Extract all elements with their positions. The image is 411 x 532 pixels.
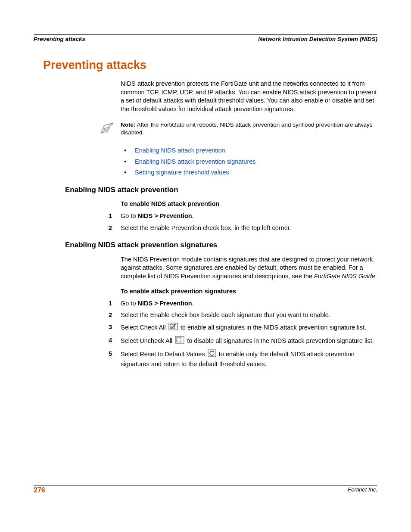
guide-title: FortiGate NIDS Guide [314,273,375,280]
nav-path: NIDS > Prevention [138,300,192,307]
step-body: Select Check All to enable all signature… [121,323,377,333]
link-enable-signatures[interactable]: Enabling NIDS attack prevention signatur… [135,156,256,167]
procedure-title-2: To enable attack prevention signatures [121,288,377,295]
bullet: • [124,167,126,178]
reset-default-icon [208,349,216,360]
page-number: 276 [34,486,45,494]
header-right: Network Intrusion Detection System (NIDS… [258,36,377,42]
intro-paragraph: NIDS attack prevention protects the Fort… [121,80,377,113]
footer-company: Fortinet Inc. [348,486,377,494]
section-heading-1: Enabling NIDS attack prevention [65,186,377,194]
svg-rect-6 [177,338,181,342]
header-left: Preventing attacks [34,36,85,42]
step-body: Go to NIDS > Prevention. [121,212,377,221]
step: 1 Go to NIDS > Prevention. [105,299,377,308]
page: Preventing attacks Network Intrusion Det… [0,0,411,532]
step-text: Select Uncheck All [121,337,174,344]
step: 5 Select Reset to Default Values to enab… [105,349,377,370]
step: 2 Select the Enable check box beside eac… [105,311,377,320]
list-item: •Setting signature threshold values [124,167,377,178]
header-rule [34,34,377,35]
nav-path: NIDS > Prevention [138,212,192,219]
step-number: 3 [105,323,121,333]
step-body: Select Uncheck All to disable all signat… [121,336,377,347]
step-text: to disable all signatures in the NIDS at… [185,337,374,344]
link-threshold-values[interactable]: Setting signature threshold values [135,167,229,178]
steps-2: 1 Go to NIDS > Prevention. 2 Select the … [105,299,377,370]
step-text: Go to [121,212,138,219]
step-text: Go to [121,300,138,307]
step-text: Select Check All [121,324,168,331]
footer-rule [34,485,377,485]
page-footer: 276 Fortinet Inc. [34,485,377,494]
step-body: Select the Enable Prevention check box, … [121,224,377,233]
step-number: 4 [105,336,121,347]
step-text: . [192,300,194,307]
step-text: Select Reset to Default Values [121,351,207,358]
step: 4 Select Uncheck All to disable all sign… [105,336,377,347]
link-enable-prevention[interactable]: Enabling NIDS attack prevention [135,145,225,156]
step: 3 Select Check All to enable all signatu… [105,323,377,333]
step: 2 Select the Enable Prevention check box… [105,224,377,233]
step-number: 1 [105,212,121,221]
list-item: •Enabling NIDS attack prevention [124,145,377,156]
running-head: Preventing attacks Network Intrusion Det… [34,36,377,42]
step-number: 1 [105,299,121,308]
page-title: Preventing attacks [43,59,377,72]
section-heading-2: Enabling NIDS attack prevention signatur… [65,241,377,249]
section2-intro: The NIDS Prevention module contains sign… [121,255,377,281]
procedure-title-1: To enable NIDS attack prevention [121,200,377,207]
step-body: Select the Enable check box beside each … [121,311,377,320]
step: 1 Go to NIDS > Prevention. [105,212,377,221]
step-text: to enable all signatures in the NIDS att… [179,324,366,331]
uncheck-all-icon [175,336,184,347]
step-number: 2 [105,311,121,320]
note-icon [98,122,115,137]
check-all-icon [168,323,178,333]
note-block: Note: After the FortiGate unit reboots, … [98,121,377,137]
toc-links: •Enabling NIDS attack prevention •Enabli… [124,145,377,178]
note-body: After the FortiGate unit reboots, NIDS a… [121,121,373,136]
step-body: Select Reset to Default Values to enable… [121,349,377,370]
bullet: • [124,156,126,167]
step-body: Go to NIDS > Prevention. [121,299,377,308]
steps-1: 1 Go to NIDS > Prevention. 2 Select the … [105,212,377,233]
step-text: . [192,212,194,219]
list-item: •Enabling NIDS attack prevention signatu… [124,156,377,167]
bullet: • [124,145,126,156]
step-number: 5 [105,349,121,370]
note-label: Note: [121,121,136,128]
step-number: 2 [105,224,121,233]
note-text: Note: After the FortiGate unit reboots, … [121,121,377,137]
intro-text: . [375,273,377,280]
